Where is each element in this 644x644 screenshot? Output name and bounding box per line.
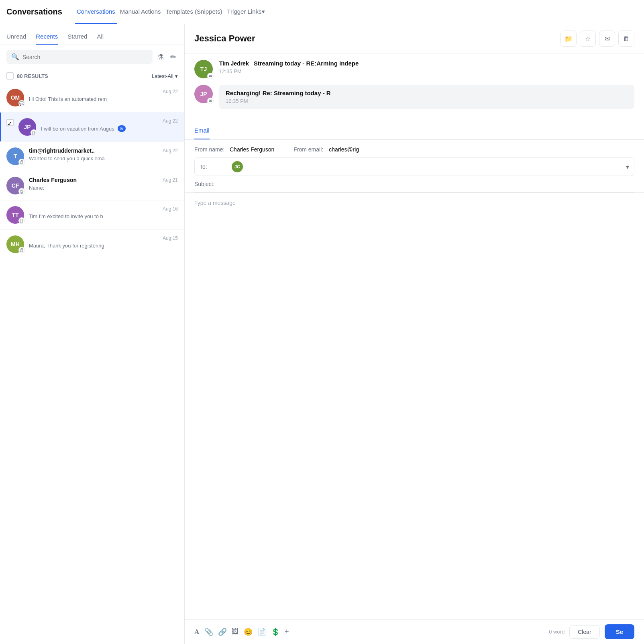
to-dropdown-icon[interactable]: ▾: [626, 163, 629, 171]
sub-tab-starred[interactable]: Starred: [67, 33, 87, 45]
top-nav-tab-templates[interactable]: Templates (Snippets): [164, 0, 224, 24]
conv-item[interactable]: ✓ JP @ Aug 22 I will be on vacation from…: [0, 112, 184, 142]
conv-item[interactable]: TT @ Aug 16 Tim I'm excited to invite yo…: [0, 200, 184, 230]
conv-date: Aug 22: [163, 89, 178, 94]
filter-button[interactable]: ⚗: [156, 51, 165, 63]
message-placeholder: Type a message: [194, 200, 236, 206]
message-time: 12:35 PM: [226, 98, 628, 104]
conv-avatar: TT @: [6, 206, 24, 224]
conv-name: tim@rightruddermarket..: [29, 147, 95, 154]
contact-name: Jessica Power: [194, 33, 255, 44]
results-bar-left: 80 RESULTS: [6, 72, 48, 80]
to-label: To:: [200, 164, 232, 170]
from-email-label: From email:: [293, 146, 326, 153]
conv-date: Aug 22: [163, 148, 178, 153]
message-channel-icon: ✉: [207, 98, 214, 104]
format-text-icon[interactable]: 𝐀: [194, 628, 200, 636]
conv-name: Charles Ferguson: [29, 177, 77, 183]
sub-tabs: UnreadRecentsStarredAll: [0, 24, 184, 45]
search-bar: 🔍 ⚗ ✏: [0, 45, 184, 69]
search-icon: 🔍: [11, 53, 19, 61]
conv-content: Aug 22 I will be on vacation from Augus …: [41, 118, 178, 132]
from-name-label: From name:: [194, 146, 226, 153]
dollar-icon[interactable]: 💲: [271, 628, 280, 636]
conv-checkbox[interactable]: ✓: [6, 119, 14, 126]
top-nav-tab-trigger-links[interactable]: Trigger Links ▾: [225, 0, 266, 24]
add-icon[interactable]: +: [285, 628, 289, 636]
send-button[interactable]: Se: [605, 624, 634, 639]
select-all-checkbox[interactable]: [6, 72, 14, 80]
conv-content: Aug 22 Hi Otto! This is an automated rem: [29, 89, 178, 102]
email-tabs: Email: [185, 122, 644, 140]
emoji-icon[interactable]: 😊: [244, 628, 253, 636]
conv-list: OM 💬 Aug 22 Hi Otto! This is an automate…: [0, 83, 184, 644]
conv-item[interactable]: OM 💬 Aug 22 Hi Otto! This is an automate…: [0, 83, 184, 112]
link-icon[interactable]: 🔗: [218, 628, 227, 636]
from-name-row: From name: Charles Ferguson From email: …: [194, 146, 634, 153]
conv-preview: Hi Otto! This is an automated rem: [29, 96, 107, 102]
compose-fields: From name: Charles Ferguson From email: …: [185, 140, 644, 193]
sort-chevron-icon: ▾: [175, 73, 178, 79]
message-area[interactable]: Type a message: [185, 193, 644, 619]
clear-button[interactable]: Clear: [569, 625, 599, 639]
conv-item[interactable]: MH @ Aug 15 Maura, Thank you for registe…: [0, 230, 184, 259]
search-input-wrap[interactable]: 🔍: [6, 50, 153, 64]
subject-input[interactable]: [230, 181, 634, 187]
message-body: Recharging! Re: Streaming today - R 12:3…: [219, 85, 634, 109]
conv-avatar: CF @: [6, 177, 24, 194]
channel-type-icon: @: [18, 247, 25, 253]
tab-email[interactable]: Email: [194, 122, 210, 139]
conv-header: Aug 22: [29, 89, 178, 94]
sub-tab-all[interactable]: All: [97, 33, 104, 45]
email-compose: Email From name: Charles Ferguson From e…: [185, 122, 644, 644]
conv-item[interactable]: T @ tim@rightruddermarket.. Aug 22 Wante…: [0, 142, 184, 171]
image-icon[interactable]: 🖼: [232, 628, 239, 636]
conv-preview: I will be on vacation from Augus: [41, 126, 114, 132]
top-nav-tab-manual-actions[interactable]: Manual Actions: [118, 0, 163, 24]
conv-content: Aug 15 Maura, Thank you for registering: [29, 235, 178, 249]
from-name-value: Charles Ferguson: [230, 146, 274, 153]
page-title: Conversations: [6, 7, 62, 16]
sub-tab-recents[interactable]: Recents: [36, 33, 58, 45]
top-tabs: ConversationsManual ActionsTemplates (Sn…: [75, 0, 267, 24]
email-button[interactable]: ✉: [599, 31, 615, 47]
template-icon[interactable]: 📄: [257, 628, 266, 636]
top-nav-tab-conversations[interactable]: Conversations: [75, 0, 117, 24]
sub-tab-unread[interactable]: Unread: [6, 33, 26, 45]
conv-content: tim@rightruddermarket.. Aug 22 Wanted to…: [29, 147, 178, 162]
conv-date: Aug 16: [163, 206, 178, 212]
compose-button[interactable]: ✏: [169, 51, 178, 63]
conv-avatar: MH @: [6, 235, 24, 253]
message-subject: Recharging! Re: Streaming today - R: [226, 90, 331, 96]
search-input[interactable]: [22, 54, 148, 60]
unread-badge: 5: [118, 125, 126, 132]
message-thread: TJ ✉ Tim Jedrek Streaming today - RE:Arm…: [185, 53, 644, 122]
channel-type-icon: @: [18, 159, 25, 165]
message-item: TJ ✉ Tim Jedrek Streaming today - RE:Arm…: [194, 60, 634, 78]
right-panel: Jessica Power 📁 ☆ ✉ 🗑 TJ ✉ Tim Jedrek St…: [185, 24, 644, 644]
results-bar: 80 RESULTS Latest-All ▾: [0, 69, 184, 83]
channel-type-icon: @: [31, 129, 37, 136]
folder-button[interactable]: 📁: [560, 31, 577, 47]
top-nav: Conversations ConversationsManual Action…: [0, 0, 644, 24]
to-row[interactable]: To: JC ▾: [194, 157, 634, 176]
subject-row: Subject:: [194, 181, 634, 192]
message-body: Tim Jedrek Streaming today - RE:Arming I…: [219, 60, 634, 74]
sort-button[interactable]: Latest-All ▾: [152, 73, 178, 79]
conv-date: Aug 21: [163, 177, 178, 183]
word-count: 0 word: [549, 629, 565, 635]
dropdown-icon: ▾: [262, 8, 265, 15]
message-avatar: TJ ✉: [194, 60, 213, 78]
star-button[interactable]: ☆: [580, 31, 596, 47]
conv-avatar: T @: [6, 147, 24, 165]
delete-button[interactable]: 🗑: [618, 31, 634, 47]
conv-date: Aug 22: [163, 118, 178, 124]
message-avatar: JP ✉: [194, 85, 213, 103]
message-channel-icon: ✉: [207, 73, 214, 79]
conv-header: Aug 16: [29, 206, 178, 212]
sort-label: Latest-All: [152, 73, 173, 79]
attachment-icon[interactable]: 📎: [204, 628, 213, 636]
conv-content: Aug 16 Tim I'm excited to invite you to …: [29, 206, 178, 219]
conv-item[interactable]: CF @ Charles Ferguson Aug 21 Name:: [0, 171, 184, 200]
conv-header: Aug 15: [29, 235, 178, 241]
